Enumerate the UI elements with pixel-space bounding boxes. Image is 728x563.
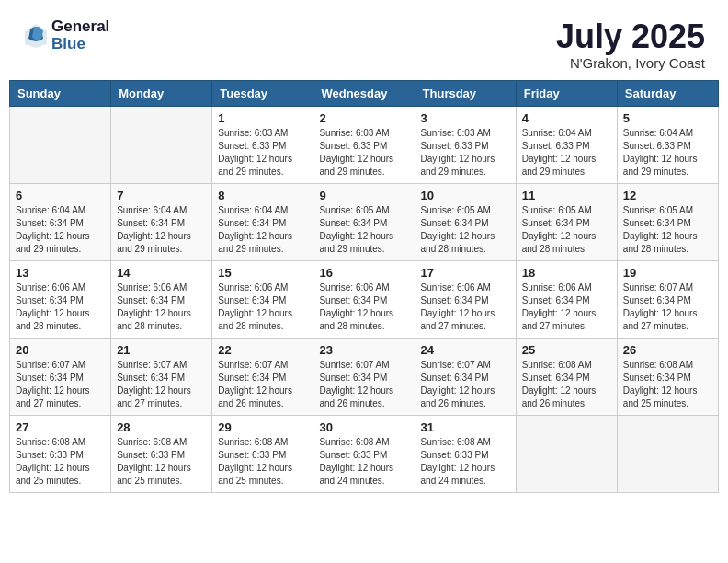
- day-info: Sunrise: 6:04 AMSunset: 6:33 PMDaylight:…: [623, 127, 712, 178]
- logo-general: General: [51, 18, 109, 36]
- day-info: Sunrise: 6:08 AMSunset: 6:33 PMDaylight:…: [218, 436, 307, 488]
- day-info: Sunrise: 6:04 AMSunset: 6:34 PMDaylight:…: [16, 204, 105, 256]
- day-number: 15: [218, 266, 307, 280]
- sunrise-text: Sunrise: 6:08 AM: [522, 359, 611, 372]
- daylight-text: Daylight: 12 hours and 29 minutes.: [218, 230, 307, 256]
- day-info: Sunrise: 6:03 AMSunset: 6:33 PMDaylight:…: [319, 127, 408, 178]
- daylight-text: Daylight: 12 hours and 28 minutes.: [421, 230, 510, 256]
- day-info: Sunrise: 6:03 AMSunset: 6:33 PMDaylight:…: [421, 127, 510, 178]
- calendar-cell: 1Sunrise: 6:03 AMSunset: 6:33 PMDaylight…: [212, 106, 313, 183]
- sunset-text: Sunset: 6:34 PM: [319, 217, 408, 230]
- calendar-cell: 5Sunrise: 6:04 AMSunset: 6:33 PMDaylight…: [617, 106, 718, 183]
- sunset-text: Sunset: 6:34 PM: [522, 372, 611, 385]
- calendar-cell: 3Sunrise: 6:03 AMSunset: 6:33 PMDaylight…: [415, 106, 516, 183]
- day-info: Sunrise: 6:05 AMSunset: 6:34 PMDaylight:…: [421, 204, 510, 256]
- sunrise-text: Sunrise: 6:05 AM: [522, 204, 611, 217]
- day-number: 28: [117, 420, 206, 434]
- sunrise-text: Sunrise: 6:06 AM: [319, 282, 408, 294]
- day-number: 25: [522, 343, 611, 357]
- calendar-cell: 24Sunrise: 6:07 AMSunset: 6:34 PMDayligh…: [415, 338, 516, 415]
- logo-icon: [23, 22, 49, 50]
- sunrise-text: Sunrise: 6:06 AM: [117, 282, 206, 294]
- daylight-text: Daylight: 12 hours and 26 minutes.: [218, 385, 307, 410]
- day-number: 20: [16, 343, 105, 357]
- sunrise-text: Sunrise: 6:08 AM: [421, 436, 510, 449]
- col-header-monday: Monday: [111, 80, 212, 106]
- sunrise-text: Sunrise: 6:04 AM: [117, 204, 206, 217]
- day-number: 3: [421, 111, 510, 125]
- daylight-text: Daylight: 12 hours and 27 minutes.: [421, 307, 510, 333]
- sunrise-text: Sunrise: 6:04 AM: [218, 204, 307, 217]
- sunrise-text: Sunrise: 6:07 AM: [623, 282, 712, 294]
- sunrise-text: Sunrise: 6:07 AM: [117, 359, 206, 372]
- day-info: Sunrise: 6:07 AMSunset: 6:34 PMDaylight:…: [421, 359, 510, 410]
- day-info: Sunrise: 6:05 AMSunset: 6:34 PMDaylight:…: [319, 204, 408, 256]
- sunrise-text: Sunrise: 6:07 AM: [16, 359, 105, 372]
- sunrise-text: Sunrise: 6:04 AM: [522, 127, 611, 140]
- sunset-text: Sunset: 6:34 PM: [117, 372, 206, 385]
- calendar-header-row: SundayMondayTuesdayWednesdayThursdayFrid…: [10, 80, 719, 106]
- calendar-cell: 26Sunrise: 6:08 AMSunset: 6:34 PMDayligh…: [617, 338, 718, 415]
- logo: General Blue: [23, 18, 109, 52]
- day-number: 17: [421, 266, 510, 280]
- day-info: Sunrise: 6:07 AMSunset: 6:34 PMDaylight:…: [16, 359, 105, 410]
- calendar-cell: 2Sunrise: 6:03 AMSunset: 6:33 PMDaylight…: [313, 106, 415, 183]
- daylight-text: Daylight: 12 hours and 28 minutes.: [522, 230, 611, 256]
- day-number: 19: [623, 266, 712, 280]
- day-info: Sunrise: 6:08 AMSunset: 6:33 PMDaylight:…: [117, 436, 206, 488]
- day-number: 4: [522, 111, 611, 125]
- daylight-text: Daylight: 12 hours and 29 minutes.: [522, 153, 611, 178]
- col-header-thursday: Thursday: [415, 80, 516, 106]
- daylight-text: Daylight: 12 hours and 29 minutes.: [218, 153, 307, 178]
- day-number: 9: [319, 189, 408, 202]
- sunrise-text: Sunrise: 6:08 AM: [218, 436, 307, 449]
- calendar-cell: 31Sunrise: 6:08 AMSunset: 6:33 PMDayligh…: [415, 415, 516, 492]
- day-info: Sunrise: 6:06 AMSunset: 6:34 PMDaylight:…: [319, 282, 408, 333]
- day-number: 1: [218, 111, 307, 125]
- col-header-friday: Friday: [516, 80, 617, 106]
- location: N'Grakon, Ivory Coast: [556, 55, 705, 71]
- day-number: 31: [421, 420, 510, 434]
- calendar-cell: 7Sunrise: 6:04 AMSunset: 6:34 PMDaylight…: [111, 183, 212, 260]
- sunset-text: Sunset: 6:34 PM: [218, 217, 307, 230]
- sunset-text: Sunset: 6:34 PM: [623, 217, 712, 230]
- sunrise-text: Sunrise: 6:06 AM: [16, 282, 105, 294]
- daylight-text: Daylight: 12 hours and 28 minutes.: [319, 307, 408, 333]
- calendar-cell: 17Sunrise: 6:06 AMSunset: 6:34 PMDayligh…: [415, 260, 516, 338]
- daylight-text: Daylight: 12 hours and 28 minutes.: [16, 307, 105, 333]
- sunset-text: Sunset: 6:33 PM: [319, 140, 408, 153]
- sunrise-text: Sunrise: 6:06 AM: [218, 282, 307, 294]
- day-number: 22: [218, 343, 307, 357]
- sunset-text: Sunset: 6:33 PM: [218, 140, 307, 153]
- title-block: July 2025 N'Grakon, Ivory Coast: [556, 18, 705, 71]
- calendar-cell: 12Sunrise: 6:05 AMSunset: 6:34 PMDayligh…: [617, 183, 718, 260]
- sunset-text: Sunset: 6:34 PM: [421, 217, 510, 230]
- sunrise-text: Sunrise: 6:08 AM: [319, 436, 408, 449]
- sunrise-text: Sunrise: 6:03 AM: [218, 127, 307, 140]
- daylight-text: Daylight: 12 hours and 29 minutes.: [421, 153, 510, 178]
- logo-text: General Blue: [51, 18, 109, 52]
- day-number: 21: [117, 343, 206, 357]
- calendar-cell: [10, 106, 111, 183]
- day-info: Sunrise: 6:06 AMSunset: 6:34 PMDaylight:…: [421, 282, 510, 333]
- sunset-text: Sunset: 6:33 PM: [421, 449, 510, 462]
- calendar-cell: 13Sunrise: 6:06 AMSunset: 6:34 PMDayligh…: [10, 260, 111, 338]
- sunrise-text: Sunrise: 6:06 AM: [421, 282, 510, 294]
- calendar-cell: 10Sunrise: 6:05 AMSunset: 6:34 PMDayligh…: [415, 183, 516, 260]
- calendar-cell: 27Sunrise: 6:08 AMSunset: 6:33 PMDayligh…: [10, 415, 111, 492]
- calendar-cell: 18Sunrise: 6:06 AMSunset: 6:34 PMDayligh…: [516, 260, 617, 338]
- sunset-text: Sunset: 6:34 PM: [16, 372, 105, 385]
- calendar-cell: 30Sunrise: 6:08 AMSunset: 6:33 PMDayligh…: [313, 415, 415, 492]
- daylight-text: Daylight: 12 hours and 29 minutes.: [319, 153, 408, 178]
- day-info: Sunrise: 6:04 AMSunset: 6:34 PMDaylight:…: [117, 204, 206, 256]
- sunset-text: Sunset: 6:34 PM: [16, 294, 105, 307]
- day-number: 18: [522, 266, 611, 280]
- day-info: Sunrise: 6:08 AMSunset: 6:33 PMDaylight:…: [319, 436, 408, 488]
- daylight-text: Daylight: 12 hours and 29 minutes.: [117, 230, 206, 256]
- calendar-week-5: 27Sunrise: 6:08 AMSunset: 6:33 PMDayligh…: [10, 415, 719, 492]
- sunset-text: Sunset: 6:34 PM: [117, 294, 206, 307]
- day-number: 2: [319, 111, 408, 125]
- sunset-text: Sunset: 6:34 PM: [421, 372, 510, 385]
- sunrise-text: Sunrise: 6:08 AM: [623, 359, 712, 372]
- daylight-text: Daylight: 12 hours and 26 minutes.: [421, 385, 510, 410]
